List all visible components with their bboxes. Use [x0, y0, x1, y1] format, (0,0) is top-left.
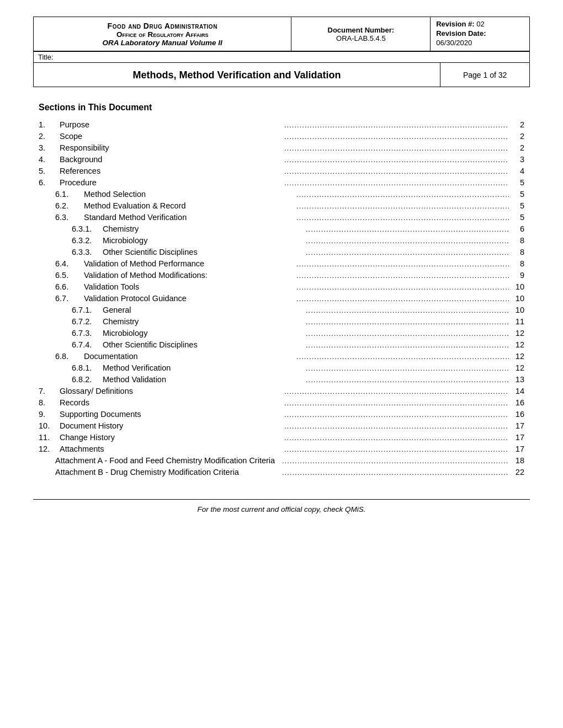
toc-item-dots	[306, 329, 509, 338]
toc-item-label: Validation of Method Modifications:	[84, 271, 296, 280]
toc-item: 6.8.Documentation12	[39, 352, 524, 361]
toc-item: 6.1.Method Selection5	[39, 190, 524, 199]
toc-item-num: 6.1.	[55, 190, 84, 199]
toc-item-dots	[284, 421, 509, 431]
toc-item-page: 16	[509, 410, 524, 419]
toc-item-num: 12.	[39, 445, 60, 453]
toc-item-dots	[284, 167, 509, 176]
toc-item: 6.Procedure5	[39, 178, 524, 188]
toc-item: 6.3.2.Microbiology8	[39, 236, 524, 245]
toc-item-page: 8	[509, 248, 524, 256]
toc-item: 6.7.Validation Protocol Guidance10	[39, 294, 524, 303]
doc-number-value: ORA-LAB.5.4.5	[297, 34, 424, 42]
toc-item-num: 6.3.1.	[72, 224, 103, 233]
toc-item: Attachment A - Food and Feed Chemistry M…	[39, 456, 524, 465]
toc-item-dots	[306, 340, 509, 350]
toc-item-dots	[284, 387, 509, 396]
toc-item: 11.Change History17	[39, 433, 524, 442]
toc-item-num: 6.3.3.	[72, 248, 103, 256]
doc-number-label: Document Number:	[297, 26, 424, 34]
toc-item-page: 18	[509, 456, 524, 465]
toc-item: 5.References4	[39, 167, 524, 176]
toc-item-num: 7.	[39, 387, 60, 395]
toc-item: 6.8.2.Method Validation13	[39, 375, 524, 384]
toc-item-page: 12	[509, 363, 524, 372]
toc-item-dots	[306, 224, 509, 234]
toc-item-page: 6	[509, 224, 524, 233]
toc-item-page: 11	[509, 317, 524, 326]
toc-item-page: 10	[509, 282, 524, 291]
toc-item: 2.Scope2	[39, 132, 524, 141]
toc-item-dots	[284, 433, 509, 442]
toc-item-page: 5	[509, 213, 524, 222]
toc-list: 1.Purpose22.Scope23.Responsibility24.Bac…	[39, 120, 524, 477]
toc-item-label: Microbiology	[103, 236, 306, 245]
toc-item-num: 9.	[39, 410, 60, 419]
toc-item-num: 6.8.1.	[72, 363, 103, 372]
toc-item-dots	[284, 178, 509, 188]
toc-item-num: 6.3.2.	[72, 236, 103, 245]
toc-item-page: 2	[509, 120, 524, 129]
footer: For the most current and official copy, …	[33, 499, 530, 513]
toc-item-num: 6.7.	[55, 294, 84, 303]
toc-item-num: 6.4.	[55, 259, 84, 268]
toc-item-label: Method Selection	[84, 190, 296, 199]
toc-item-label: Validation Protocol Guidance	[84, 294, 296, 303]
toc-item-dots	[306, 248, 509, 257]
toc-item-page: 8	[509, 259, 524, 268]
toc-item-dots	[284, 398, 509, 408]
toc-item-label: Attachment A - Food and Feed Chemistry M…	[55, 456, 282, 465]
toc-item-num: 1.	[39, 120, 60, 129]
toc-item-label: General	[103, 306, 306, 314]
toc-item-label: Responsibility	[60, 143, 284, 152]
toc-item-label: Background	[60, 155, 284, 164]
toc-item-page: 17	[509, 445, 524, 453]
toc-item: 9.Supporting Documents16	[39, 410, 524, 419]
toc-item-num: 5.	[39, 167, 60, 175]
toc-item: 6.3.1.Chemistry6	[39, 224, 524, 234]
toc-item-num: 6.2.	[55, 201, 84, 210]
toc-item-num: 6.8.2.	[72, 375, 103, 384]
toc-item-label: Standard Method Verification	[84, 213, 296, 222]
toc-item-label: Attachment B - Drug Chemistry Modificati…	[55, 468, 282, 477]
toc-item-dots	[296, 259, 509, 269]
rev-date-label: Revision Date:	[436, 29, 486, 38]
toc-item: 1.Purpose2	[39, 120, 524, 130]
toc-item-label: Chemistry	[103, 317, 306, 326]
toc-item: 6.2.Method Evaluation & Record5	[39, 201, 524, 211]
toc-item-page: 5	[509, 201, 524, 210]
toc-item-page: 10	[509, 306, 524, 314]
page-indicator: Page 1 of 32	[440, 63, 530, 87]
toc-item-dots	[282, 456, 509, 465]
toc-item-dots	[284, 445, 509, 454]
toc-item-label: Validation Tools	[84, 282, 296, 291]
toc-item-label: Microbiology	[103, 329, 306, 338]
toc-item-dots	[306, 363, 509, 373]
doc-number-cell: Document Number: ORA-LAB.5.4.5	[291, 17, 431, 51]
toc-item: 6.7.4.Other Scientific Disciplines12	[39, 340, 524, 350]
toc-item-num: 6.	[39, 178, 60, 187]
toc-item-label: Validation of Method Performance	[84, 259, 296, 268]
agency-line1: Food and Drug Administration	[39, 22, 285, 30]
toc-item-num: 11.	[39, 433, 60, 442]
rev-date-line: Revision Date:	[436, 29, 524, 38]
toc-item-label: Supporting Documents	[60, 410, 284, 419]
toc-item-num: 6.7.1.	[72, 306, 103, 314]
toc-item-label: Method Validation	[103, 375, 306, 384]
title-label: Title:	[38, 53, 54, 61]
toc-item-dots	[306, 317, 509, 326]
toc-item-dots	[296, 282, 509, 292]
toc-heading: Sections in This Document	[39, 103, 524, 113]
toc-item: 3.Responsibility2	[39, 143, 524, 153]
toc-item-dots	[306, 306, 509, 315]
toc-section: Sections in This Document 1.Purpose22.Sc…	[33, 103, 530, 477]
title-content: Methods, Method Verification and Validat…	[34, 63, 440, 87]
toc-item-page: 13	[509, 375, 524, 384]
toc-item: 4.Background3	[39, 155, 524, 164]
header-table: Food and Drug Administration Office of R…	[33, 17, 530, 51]
toc-item-page: 17	[509, 433, 524, 442]
toc-item-num: 3.	[39, 143, 60, 152]
toc-item-label: Records	[60, 398, 284, 407]
toc-item-num: 6.6.	[55, 282, 84, 291]
toc-item-page: 8	[509, 236, 524, 245]
